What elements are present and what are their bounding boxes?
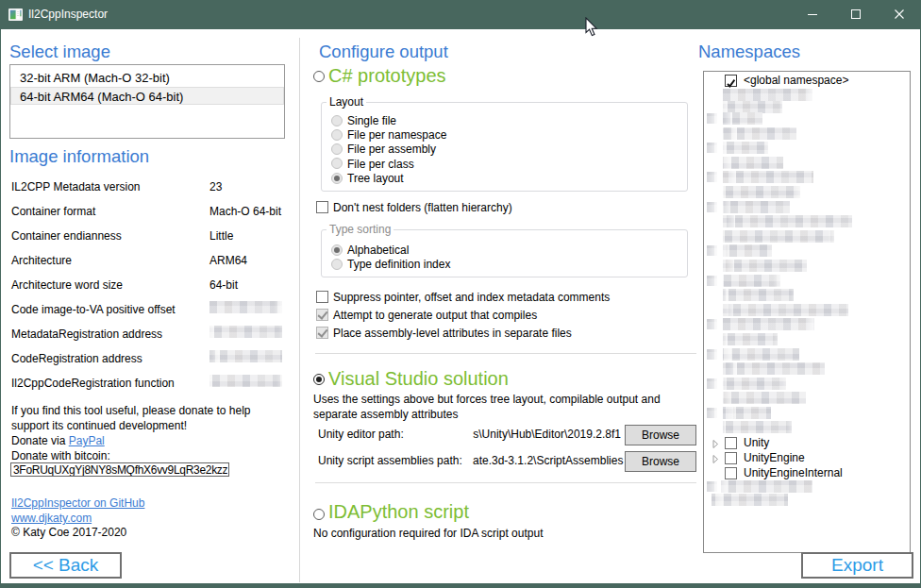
unity-editor-value[interactable]: s\Unity\Hub\Editor\2019.2.8f1: [473, 428, 621, 441]
info-value: 64-bit: [209, 278, 238, 292]
unity-script-value[interactable]: ate.3d-3.1.2\ScriptAssemblies: [473, 454, 621, 467]
donate-line2: support its continued development!: [11, 419, 187, 432]
censored-namespace-checkbox: [707, 408, 717, 418]
censored-namespace-row: [723, 407, 771, 419]
browse-editor-button[interactable]: Browse: [625, 425, 696, 445]
censored-namespace-row: [723, 392, 806, 404]
unity-label[interactable]: Unity: [744, 436, 769, 449]
censored-value: [209, 350, 282, 362]
censored-namespace-row: [723, 230, 834, 243]
censored-namespace-checkbox: [707, 481, 717, 492]
global-namespace-label[interactable]: <global namespace>: [744, 74, 848, 87]
censored-namespace-row: [723, 260, 807, 272]
info-label: Architecture word size: [11, 278, 123, 292]
close-icon: [878, 0, 921, 29]
flatten-checkbox[interactable]: [316, 201, 328, 213]
censored-namespace-row: [723, 201, 790, 213]
censored-value: [209, 375, 282, 387]
layout-option-4[interactable]: Tree layout: [347, 172, 404, 185]
suppress-checkbox[interactable]: [316, 291, 328, 303]
sorting-radio-1[interactable]: [331, 259, 343, 270]
sorting-option-1[interactable]: Type definition index: [347, 258, 450, 271]
window-title: Il2CppInspector: [28, 8, 108, 21]
layout-radio-3[interactable]: [331, 158, 343, 169]
ida-option-label[interactable]: IDAPython script: [328, 501, 469, 523]
paypal-link[interactable]: PayPal: [69, 434, 105, 447]
title-bar[interactable]: Il2CppInspector: [0, 0, 921, 29]
browse-script-button[interactable]: Browse: [625, 451, 696, 472]
vs-radio[interactable]: [313, 374, 325, 385]
attributes-checkbox[interactable]: [316, 327, 328, 339]
info-label: Container format: [11, 205, 95, 218]
mouse-cursor: [585, 17, 598, 37]
censored-namespace-checkbox: [707, 113, 717, 124]
image-information-heading: Image information: [9, 146, 149, 167]
censored-namespace-checkbox: [707, 276, 717, 286]
layout-option-2[interactable]: File per assembly: [347, 143, 436, 156]
export-button[interactable]: Export: [801, 552, 913, 579]
unity-checkbox[interactable]: [725, 437, 737, 449]
github-link[interactable]: Il2CppInspector on GitHub: [11, 496, 144, 510]
sorting-radio-0[interactable]: [331, 244, 343, 256]
info-label: CodeRegistration address: [11, 352, 142, 365]
website-link[interactable]: www.djkaty.com: [11, 512, 92, 525]
info-label: IL2CPP Metadata version: [11, 180, 141, 193]
main-content: Select image 32-bit ARM (Mach-O 32-bit) …: [1, 29, 920, 583]
close-button[interactable]: [878, 0, 921, 29]
check-icon: [726, 78, 736, 89]
donate-line1: If you find this tool useful, please don…: [11, 404, 251, 417]
layout-radio-4[interactable]: [331, 173, 343, 184]
image-item-1[interactable]: 64-bit ARM64 (Mach-O 64-bit): [10, 87, 284, 105]
global-namespace-checkbox[interactable]: [725, 75, 737, 87]
maximize-button[interactable]: [834, 0, 878, 29]
unityengineinternal-checkbox[interactable]: [725, 467, 737, 479]
layout-option-1[interactable]: File per namespace: [347, 128, 446, 142]
csharp-radio[interactable]: [313, 71, 325, 82]
sorting-option-0[interactable]: Alphabetical: [347, 244, 409, 257]
ida-radio[interactable]: [313, 509, 325, 520]
app-window: Il2CppInspector Select image 32-bit ARM …: [0, 0, 921, 588]
compiles-checkbox[interactable]: [316, 309, 328, 321]
csharp-option-label[interactable]: C# prototypes: [328, 65, 446, 87]
info-value: ARM64: [209, 254, 247, 267]
unityengine-expander-icon[interactable]: [712, 454, 718, 463]
compiles-checkbox-label[interactable]: Attempt to generate output that compiles: [333, 309, 537, 322]
censored-namespace-row: [723, 215, 852, 227]
vs-option-label[interactable]: Visual Studio solution: [328, 368, 509, 390]
image-listbox[interactable]: 32-bit ARM (Mach-O 32-bit) 64-bit ARM64 …: [9, 64, 285, 139]
censored-namespace-checkbox: [707, 245, 717, 256]
separator-1: [315, 353, 696, 354]
unityengineinternal-label[interactable]: UnityEngineInternal: [744, 466, 843, 479]
censored-namespace-checkbox: [707, 319, 717, 329]
censored-namespace-row: [723, 244, 772, 257]
separator-2: [315, 482, 696, 483]
suppress-checkbox-label[interactable]: Suppress pointer, offset and index metad…: [333, 291, 610, 304]
censored-namespace-checkbox: [707, 378, 717, 389]
info-label: MetadataRegistration address: [11, 328, 162, 341]
layout-radio-0[interactable]: [331, 115, 343, 126]
namespaces-heading: Namespaces: [698, 42, 800, 62]
back-button[interactable]: << Back: [9, 552, 122, 579]
censored-namespace-row: [723, 127, 796, 140]
attributes-checkbox-label[interactable]: Place assembly-level attributes in separ…: [333, 327, 572, 340]
censored-namespace-row: [723, 275, 780, 287]
bitcoin-address-input[interactable]: [10, 462, 229, 477]
unity-expander-icon[interactable]: [712, 439, 718, 448]
censored-namespace-row: [723, 333, 778, 345]
unityengine-label[interactable]: UnityEngine: [744, 451, 805, 464]
censored-namespace-row: [723, 362, 825, 375]
censored-namespace-checkbox: [707, 202, 717, 212]
layout-option-3[interactable]: File per class: [347, 158, 414, 171]
flatten-checkbox-label[interactable]: Don't nest folders (flatten hierarchy): [333, 201, 512, 214]
layout-radio-2[interactable]: [331, 143, 343, 155]
layout-radio-1[interactable]: [331, 129, 343, 141]
layout-option-0[interactable]: Single file: [347, 114, 396, 127]
censored-namespace-row: [723, 171, 813, 183]
unityengine-checkbox[interactable]: [725, 452, 737, 464]
info-label: Architecture: [11, 254, 72, 267]
censored-namespace-row: [723, 142, 768, 154]
minimize-button[interactable]: [791, 0, 834, 29]
censored-namespace-row: [723, 348, 799, 361]
censored-namespace-row: [723, 318, 814, 330]
image-item-0[interactable]: 32-bit ARM (Mach-O 32-bit): [10, 69, 284, 87]
